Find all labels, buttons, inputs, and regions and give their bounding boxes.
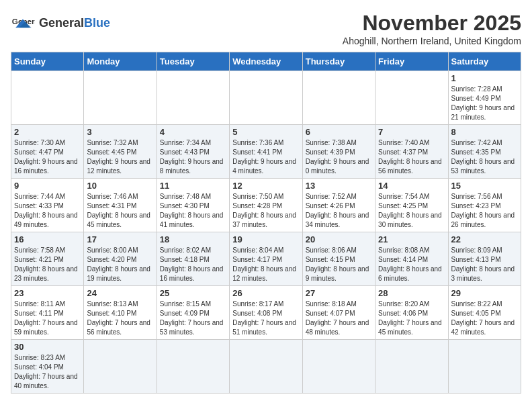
day-info: Sunrise: 7:28 AM Sunset: 4:49 PM Dayligh… xyxy=(451,85,518,122)
day-header-wednesday: Wednesday xyxy=(230,52,302,71)
calendar-day-cell: 7Sunrise: 7:40 AM Sunset: 4:37 PM Daylig… xyxy=(375,125,448,179)
day-number: 3 xyxy=(87,127,153,137)
day-header-friday: Friday xyxy=(375,52,448,71)
day-info: Sunrise: 7:56 AM Sunset: 4:23 PM Dayligh… xyxy=(451,192,518,230)
day-number: 7 xyxy=(378,127,445,137)
day-number: 24 xyxy=(87,288,153,298)
day-number: 18 xyxy=(160,234,226,244)
day-number: 11 xyxy=(160,181,226,191)
day-number: 20 xyxy=(306,234,372,244)
day-number: 2 xyxy=(14,127,81,137)
calendar-day-cell: 17Sunrise: 8:00 AM Sunset: 4:20 PM Dayli… xyxy=(84,232,157,286)
calendar-day-cell: 4Sunrise: 7:34 AM Sunset: 4:43 PM Daylig… xyxy=(157,125,229,179)
day-info: Sunrise: 8:06 AM Sunset: 4:15 PM Dayligh… xyxy=(306,246,372,283)
calendar-week-row: 30Sunrise: 8:23 AM Sunset: 4:04 PM Dayli… xyxy=(11,340,521,394)
month-title: November 2025 xyxy=(343,11,521,36)
title-block: November 2025 Ahoghill, Northern Ireland… xyxy=(343,11,521,46)
day-info: Sunrise: 7:52 AM Sunset: 4:26 PM Dayligh… xyxy=(306,192,372,230)
calendar-day-cell: 30Sunrise: 8:23 AM Sunset: 4:04 PM Dayli… xyxy=(11,340,84,394)
calendar-day-cell: 10Sunrise: 7:46 AM Sunset: 4:31 PM Dayli… xyxy=(84,179,157,232)
calendar-day-cell: 6Sunrise: 7:38 AM Sunset: 4:39 PM Daylig… xyxy=(302,125,375,179)
day-info: Sunrise: 7:36 AM Sunset: 4:41 PM Dayligh… xyxy=(232,138,299,176)
calendar-day-cell xyxy=(157,340,229,394)
day-number: 1 xyxy=(451,73,518,83)
day-number: 6 xyxy=(306,127,372,137)
day-number: 4 xyxy=(160,127,226,137)
day-info: Sunrise: 7:44 AM Sunset: 4:33 PM Dayligh… xyxy=(14,192,81,230)
calendar-day-cell: 26Sunrise: 8:17 AM Sunset: 4:08 PM Dayli… xyxy=(230,286,302,340)
day-number: 10 xyxy=(87,181,153,191)
calendar-day-cell: 27Sunrise: 8:18 AM Sunset: 4:07 PM Dayli… xyxy=(302,286,375,340)
day-header-tuesday: Tuesday xyxy=(157,52,229,71)
calendar-day-cell: 5Sunrise: 7:36 AM Sunset: 4:41 PM Daylig… xyxy=(230,125,302,179)
calendar-day-cell: 3Sunrise: 7:32 AM Sunset: 4:45 PM Daylig… xyxy=(84,125,157,179)
day-number: 12 xyxy=(232,181,299,191)
day-number: 16 xyxy=(14,234,81,244)
day-number: 30 xyxy=(14,342,81,352)
calendar-day-cell xyxy=(84,71,157,125)
day-info: Sunrise: 7:38 AM Sunset: 4:39 PM Dayligh… xyxy=(306,138,372,176)
day-info: Sunrise: 7:42 AM Sunset: 4:35 PM Dayligh… xyxy=(451,138,518,176)
calendar-day-cell: 19Sunrise: 8:04 AM Sunset: 4:17 PM Dayli… xyxy=(230,232,302,286)
calendar-week-row: 1Sunrise: 7:28 AM Sunset: 4:49 PM Daylig… xyxy=(11,71,521,125)
logo-icon: General xyxy=(11,11,35,35)
calendar-week-row: 23Sunrise: 8:11 AM Sunset: 4:11 PM Dayli… xyxy=(11,286,521,340)
calendar-day-cell xyxy=(302,71,375,125)
day-header-monday: Monday xyxy=(84,52,157,71)
calendar-day-cell: 16Sunrise: 7:58 AM Sunset: 4:21 PM Dayli… xyxy=(11,232,84,286)
calendar-day-cell xyxy=(230,71,302,125)
day-number: 14 xyxy=(378,181,445,191)
calendar-day-cell xyxy=(375,340,448,394)
page-header: General GeneralBlue November 2025 Ahoghi… xyxy=(11,11,521,46)
calendar-day-cell xyxy=(157,71,229,125)
calendar-day-cell: 14Sunrise: 7:54 AM Sunset: 4:25 PM Dayli… xyxy=(375,179,448,232)
day-info: Sunrise: 8:13 AM Sunset: 4:10 PM Dayligh… xyxy=(87,300,153,337)
logo-text: GeneralBlue xyxy=(39,16,110,30)
day-header-sunday: Sunday xyxy=(11,52,84,71)
calendar-day-cell xyxy=(302,340,375,394)
calendar-day-cell: 13Sunrise: 7:52 AM Sunset: 4:26 PM Dayli… xyxy=(302,179,375,232)
calendar-day-cell: 8Sunrise: 7:42 AM Sunset: 4:35 PM Daylig… xyxy=(448,125,521,179)
calendar-day-cell xyxy=(11,71,84,125)
day-info: Sunrise: 8:22 AM Sunset: 4:05 PM Dayligh… xyxy=(451,300,518,337)
day-info: Sunrise: 7:30 AM Sunset: 4:47 PM Dayligh… xyxy=(14,138,81,176)
day-number: 17 xyxy=(87,234,153,244)
calendar-day-cell: 12Sunrise: 7:50 AM Sunset: 4:28 PM Dayli… xyxy=(230,179,302,232)
calendar-day-cell xyxy=(448,340,521,394)
day-number: 25 xyxy=(160,288,226,298)
day-number: 27 xyxy=(306,288,372,298)
day-info: Sunrise: 8:23 AM Sunset: 4:04 PM Dayligh… xyxy=(14,353,81,391)
calendar-header-row: SundayMondayTuesdayWednesdayThursdayFrid… xyxy=(11,52,521,71)
day-number: 15 xyxy=(451,181,518,191)
calendar-day-cell: 20Sunrise: 8:06 AM Sunset: 4:15 PM Dayli… xyxy=(302,232,375,286)
day-info: Sunrise: 8:18 AM Sunset: 4:07 PM Dayligh… xyxy=(306,300,372,337)
day-info: Sunrise: 7:54 AM Sunset: 4:25 PM Dayligh… xyxy=(378,192,445,230)
day-info: Sunrise: 7:34 AM Sunset: 4:43 PM Dayligh… xyxy=(160,138,226,176)
calendar-day-cell: 11Sunrise: 7:48 AM Sunset: 4:30 PM Dayli… xyxy=(157,179,229,232)
day-number: 26 xyxy=(232,288,299,298)
calendar-day-cell: 9Sunrise: 7:44 AM Sunset: 4:33 PM Daylig… xyxy=(11,179,84,232)
day-info: Sunrise: 8:09 AM Sunset: 4:13 PM Dayligh… xyxy=(451,246,518,283)
day-number: 19 xyxy=(232,234,299,244)
day-number: 23 xyxy=(14,288,81,298)
day-number: 13 xyxy=(306,181,372,191)
calendar-day-cell: 15Sunrise: 7:56 AM Sunset: 4:23 PM Dayli… xyxy=(448,179,521,232)
day-info: Sunrise: 8:04 AM Sunset: 4:17 PM Dayligh… xyxy=(232,246,299,283)
day-info: Sunrise: 8:08 AM Sunset: 4:14 PM Dayligh… xyxy=(378,246,445,283)
calendar-day-cell: 28Sunrise: 8:20 AM Sunset: 4:06 PM Dayli… xyxy=(375,286,448,340)
day-info: Sunrise: 8:20 AM Sunset: 4:06 PM Dayligh… xyxy=(378,300,445,337)
location-subtitle: Ahoghill, Northern Ireland, United Kingd… xyxy=(343,36,521,46)
day-info: Sunrise: 7:46 AM Sunset: 4:31 PM Dayligh… xyxy=(87,192,153,230)
calendar-day-cell: 25Sunrise: 8:15 AM Sunset: 4:09 PM Dayli… xyxy=(157,286,229,340)
calendar-day-cell xyxy=(84,340,157,394)
calendar-day-cell: 21Sunrise: 8:08 AM Sunset: 4:14 PM Dayli… xyxy=(375,232,448,286)
calendar-day-cell: 23Sunrise: 8:11 AM Sunset: 4:11 PM Dayli… xyxy=(11,286,84,340)
calendar-week-row: 2Sunrise: 7:30 AM Sunset: 4:47 PM Daylig… xyxy=(11,125,521,179)
day-number: 29 xyxy=(451,288,518,298)
day-info: Sunrise: 7:32 AM Sunset: 4:45 PM Dayligh… xyxy=(87,138,153,176)
day-header-thursday: Thursday xyxy=(302,52,375,71)
day-number: 21 xyxy=(378,234,445,244)
day-number: 22 xyxy=(451,234,518,244)
calendar-day-cell: 18Sunrise: 8:02 AM Sunset: 4:18 PM Dayli… xyxy=(157,232,229,286)
day-number: 8 xyxy=(451,127,518,137)
